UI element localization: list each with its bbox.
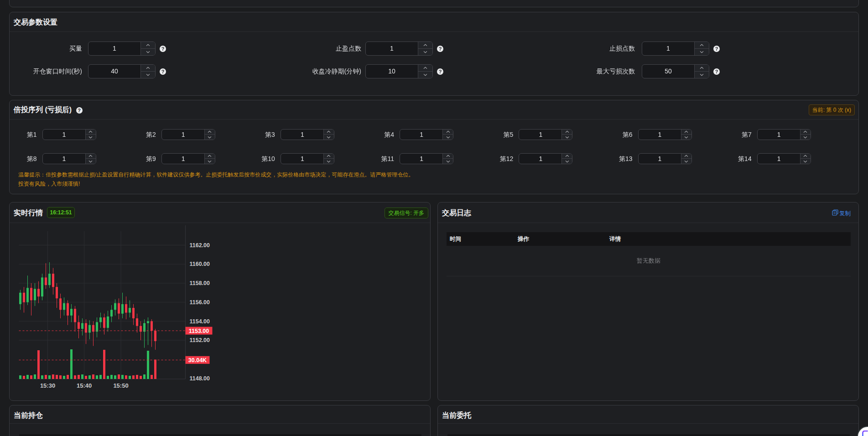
svg-text:1160.00: 1160.00 [190,261,210,267]
svg-text:15:30: 15:30 [40,382,55,389]
svg-text:30.04K: 30.04K [188,357,207,363]
svg-text:1148.00: 1148.00 [190,375,210,382]
svg-text:15:40: 15:40 [77,382,92,389]
svg-text:1153.00: 1153.00 [189,328,209,334]
svg-text:15:50: 15:50 [113,382,128,389]
svg-text:1162.00: 1162.00 [190,242,210,249]
svg-text:1152.00: 1152.00 [190,337,210,343]
svg-text:1154.00: 1154.00 [190,318,210,325]
svg-text:1158.00: 1158.00 [190,280,210,286]
svg-text:1156.00: 1156.00 [190,299,210,306]
